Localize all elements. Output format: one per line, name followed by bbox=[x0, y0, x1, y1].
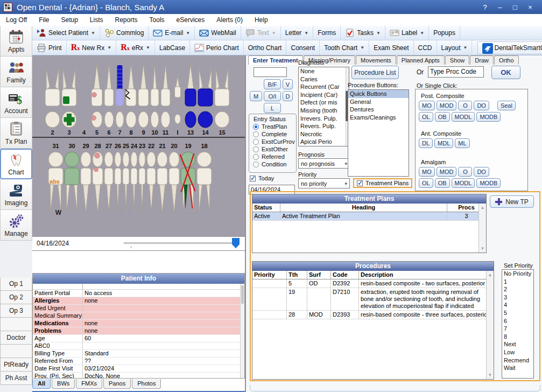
operatory-button-ptready[interactable]: PtReady bbox=[0, 358, 32, 372]
patient-info-row-medical-summary[interactable]: Medical Summary bbox=[33, 312, 240, 320]
treatment-plan-row[interactable]: ActiveActive Treatment Plan3 bbox=[252, 212, 486, 221]
toolbar-ccd-button[interactable]: CCD bbox=[414, 40, 437, 55]
quick-button-post-composite-modb[interactable]: MODB bbox=[476, 112, 501, 122]
set-priority-item-3[interactable]: 3 bbox=[502, 293, 533, 302]
tooth-12[interactable]: I bbox=[175, 76, 181, 136]
tooth-8[interactable]: 8 bbox=[125, 64, 137, 136]
procedure-buttons-listbox[interactable]: Quick ButtonsGeneralDenturesExams/Cleani… bbox=[348, 89, 409, 177]
date-slider-thumb[interactable] bbox=[232, 238, 240, 248]
sidebar-item-tx-plan[interactable]: 123Tx Plan bbox=[0, 118, 32, 149]
tooth-24[interactable]: 24 bbox=[131, 143, 138, 213]
set-priority-item-4[interactable]: 4 bbox=[502, 301, 533, 309]
patient-info-row-date-first-visit[interactable]: Date First Visit03/21/2024 bbox=[33, 365, 240, 373]
quick-button-post-composite-ol[interactable]: OL bbox=[419, 112, 433, 122]
radio-icon[interactable] bbox=[253, 162, 259, 167]
quick-button-amalgam-do[interactable]: DO bbox=[474, 167, 489, 177]
toolbar-label-button[interactable]: Label▼ bbox=[385, 26, 429, 40]
tooth-29[interactable]: 29 bbox=[81, 143, 91, 213]
tooth-7[interactable]: 7 bbox=[116, 65, 124, 136]
toolbar-dentalteksmartofficephone-button[interactable]: DentalTekSmartOfficePhone bbox=[477, 41, 542, 54]
diagnosis-item-defect-or-mis[interactable]: Defect (or mis bbox=[299, 99, 349, 107]
tab-draw[interactable]: Draw bbox=[470, 55, 494, 65]
sidebar-item-imaging[interactable]: Imaging bbox=[0, 179, 32, 210]
quick-button-post-composite-mo[interactable]: MO bbox=[419, 101, 435, 110]
scroll-down-icon[interactable]: ▼ bbox=[479, 246, 486, 251]
operatory-button-op-1[interactable]: Op 1 bbox=[0, 277, 32, 291]
set-priority-item-no-priority[interactable]: No Priority bbox=[502, 270, 533, 278]
patient-info-row-age[interactable]: Age60 bbox=[33, 335, 240, 342]
tooth-13[interactable]: 13 bbox=[185, 64, 196, 136]
entry-status-exstcurprov[interactable]: ExstCurProv bbox=[253, 138, 296, 145]
tooth-4[interactable]: 4 bbox=[82, 129, 86, 136]
patient-info-row-patient-portal[interactable]: Patient PortalNo access bbox=[33, 290, 240, 297]
diagnosis-listbox[interactable]: NoneCariesRecurrent (CarIncipient (Car)D… bbox=[298, 67, 349, 146]
set-priority-item-wait[interactable]: Wait bbox=[502, 364, 533, 372]
radio-icon[interactable] bbox=[253, 154, 259, 160]
radio-icon[interactable] bbox=[253, 131, 259, 137]
patient-info-row-billing-type[interactable]: Billing TypeStandard bbox=[33, 350, 240, 358]
quick-button-post-composite-ob[interactable]: OB bbox=[435, 112, 450, 122]
diagnosis-item-none[interactable]: None bbox=[299, 67, 349, 75]
tooth-27[interactable]: 27 bbox=[104, 143, 113, 213]
tooth-31[interactable]: 31absW bbox=[48, 143, 63, 216]
tooth-2[interactable]: 2 bbox=[45, 68, 60, 136]
diagnosis-item-incipient-car[interactable]: Incipient (Car) bbox=[299, 91, 349, 99]
set-priority-item-recmend[interactable]: Recmend bbox=[502, 356, 533, 365]
procedure-category-general[interactable]: General bbox=[348, 98, 409, 106]
toolbar-new-rx-button[interactable]: RxNew Rx▼ bbox=[67, 40, 117, 55]
set-priority-item-2[interactable]: 2 bbox=[502, 285, 533, 293]
diagnosis-item-irrevers-pulp[interactable]: Irrevers. Pulp. bbox=[299, 115, 349, 123]
quick-button-ant-composite-ml[interactable]: ML bbox=[455, 138, 469, 148]
quick-button-amalgam-modb[interactable]: MODB bbox=[476, 178, 501, 188]
minimize-button[interactable]: – bbox=[492, 3, 508, 11]
surface-d-button[interactable]: D bbox=[283, 91, 293, 101]
toolbar-letter-button[interactable]: Letter▼ bbox=[281, 26, 314, 40]
set-priority-listbox[interactable]: No Priority12345678NextLowRecmendWait bbox=[502, 269, 534, 379]
procedure-row[interactable]: 28MODD2393resin-based composite - three … bbox=[252, 311, 494, 319]
patient-info-row-prov-pri-sec[interactable]: Prov. (Pri, Sec)DocNo, None bbox=[33, 373, 240, 378]
tooth-21[interactable]: 21 bbox=[157, 143, 167, 213]
menu-item-reports[interactable]: Reports bbox=[109, 15, 144, 25]
tooth-14[interactable]: 14 bbox=[198, 68, 213, 136]
entry-status-condition[interactable]: Condition bbox=[253, 161, 296, 167]
toolbar-tooth-chart-button[interactable]: Tooth Chart▼ bbox=[320, 40, 369, 55]
image-tab-photos[interactable]: Photos bbox=[132, 379, 161, 389]
tab-movements[interactable]: Movements bbox=[356, 55, 396, 65]
tooth-3[interactable]: 3 bbox=[62, 68, 76, 136]
surface-oi-button[interactable]: O/I bbox=[264, 91, 281, 101]
operatory-button-empty[interactable] bbox=[0, 318, 32, 331]
tooth-19[interactable]: 19 bbox=[180, 143, 196, 212]
ok-button[interactable]: OK bbox=[491, 66, 520, 79]
image-tab-panos[interactable]: Panos bbox=[103, 379, 131, 389]
quick-button-ant-composite-dl[interactable]: DL bbox=[419, 138, 433, 148]
set-priority-item-8[interactable]: 8 bbox=[502, 333, 533, 341]
entry-status-treatplan[interactable]: TreatPlan bbox=[253, 123, 296, 130]
entry-status-complete[interactable]: Complete bbox=[253, 131, 296, 137]
operatory-button-ph-asst[interactable]: Ph Asst bbox=[0, 372, 32, 385]
quick-button-post-composite-modl[interactable]: MODL bbox=[452, 112, 475, 122]
menu-item-help[interactable]: Help bbox=[249, 15, 274, 25]
toolbar-labcase-button[interactable]: LabCase bbox=[155, 40, 190, 55]
tooth-25[interactable]: 25 bbox=[123, 143, 129, 213]
tooth-11[interactable]: 11 bbox=[161, 64, 170, 136]
set-priority-item-next[interactable]: Next bbox=[502, 340, 533, 348]
quick-button-amalgam-modl[interactable]: MODL bbox=[452, 178, 475, 188]
sidebar-item-appts[interactable]: Appts bbox=[0, 26, 32, 57]
toolbar-forms-button[interactable]: Forms bbox=[313, 26, 341, 40]
procedure-list-button[interactable]: Procedure List bbox=[351, 66, 399, 79]
tooth-30[interactable]: 30 bbox=[65, 143, 79, 212]
menu-item-setup[interactable]: Setup bbox=[55, 15, 83, 25]
menu-item-file[interactable]: File bbox=[33, 15, 55, 25]
tooth-23[interactable]: 23 bbox=[139, 143, 145, 213]
tab-ortho[interactable]: Ortho bbox=[494, 55, 519, 65]
surface-l-button[interactable]: L bbox=[264, 103, 281, 113]
diagnosis-item-caries[interactable]: Caries bbox=[299, 75, 349, 83]
quick-button-post-composite-seal[interactable]: Seal bbox=[497, 101, 516, 110]
sidebar-item-family[interactable]: Family bbox=[0, 57, 32, 87]
toolbar-layout-button[interactable]: Layout▼ bbox=[437, 40, 473, 55]
toolbar-ortho-chart-button[interactable]: Ortho Chart bbox=[244, 40, 287, 55]
image-tab-bws[interactable]: BWs bbox=[52, 379, 75, 389]
patient-info-scrollbar[interactable] bbox=[240, 284, 244, 378]
operatory-button-empty[interactable] bbox=[0, 345, 32, 358]
sidebar-item-manage[interactable]: Manage bbox=[0, 210, 32, 241]
